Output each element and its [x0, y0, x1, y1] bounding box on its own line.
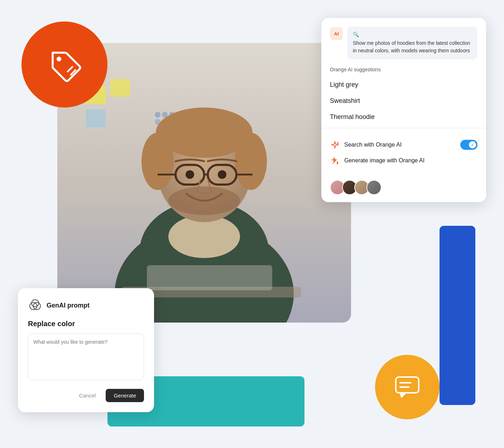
cancel-button[interactable]: Cancel — [73, 390, 102, 401]
avatar-4 — [366, 180, 381, 195]
svg-point-21 — [235, 133, 267, 190]
genai-header: GenAI prompt — [28, 298, 144, 313]
genai-textarea[interactable] — [28, 334, 144, 380]
suggestion-light-grey[interactable]: Light grey — [321, 77, 486, 93]
ai-card-header: AI 🔍 Show me photos of hoodies from the … — [321, 18, 486, 67]
svg-rect-31 — [147, 265, 272, 290]
svg-point-20 — [141, 133, 174, 190]
ai-query-text: Show me photos of hoodies from the lates… — [353, 39, 472, 54]
search-toggle[interactable]: ✓ — [460, 140, 477, 150]
ai-query-box: 🔍 Show me photos of hoodies from the lat… — [347, 27, 477, 59]
orange-circle-chat — [375, 355, 440, 419]
orange-circle-decoration — [21, 22, 107, 108]
card-divider — [321, 128, 486, 128]
blue-decoration — [440, 226, 475, 405]
svg-point-28 — [218, 170, 226, 179]
suggestions-label: Orange AI suggestions — [321, 67, 486, 77]
search-feature-left: Search with Orange AI — [330, 140, 402, 150]
avatars-row — [321, 174, 486, 202]
suggestion-sweatshirt[interactable]: Sweatshirt — [321, 93, 486, 109]
toggle-check-icon: ✓ — [471, 143, 474, 147]
generate-feature-row: Generate image with Orange AI — [330, 153, 477, 168]
tag-icon — [45, 45, 84, 84]
sparkle-icon — [330, 140, 340, 150]
svg-point-29 — [168, 186, 240, 215]
search-icon: 🔍 — [353, 32, 359, 37]
search-feature-row: Search with Orange AI ✓ — [330, 137, 477, 153]
genai-card: GenAI prompt Replace color Cancel Genera… — [18, 288, 154, 412]
svg-point-0 — [57, 57, 61, 61]
generate-feature-label: Generate image with Orange AI — [344, 157, 424, 164]
genai-title: GenAI prompt — [47, 302, 90, 309]
svg-rect-32 — [396, 377, 419, 393]
svg-point-27 — [186, 170, 194, 179]
generate-feature-left: Generate image with Orange AI — [330, 156, 424, 166]
ai-features-section: Search with Orange AI ✓ Generate image w… — [321, 131, 486, 174]
ai-badge: AI — [330, 27, 343, 40]
search-feature-label: Search with Orange AI — [344, 142, 402, 148]
genai-subtitle: Replace color — [28, 320, 144, 328]
svg-point-7 — [162, 112, 168, 118]
svg-point-6 — [155, 112, 160, 118]
genai-icon — [28, 298, 42, 313]
generate-button[interactable]: Generate — [106, 389, 144, 402]
toggle-knob: ✓ — [469, 141, 476, 148]
ai-suggestions-card: AI 🔍 Show me photos of hoodies from the … — [321, 18, 486, 202]
genai-buttons: Cancel Generate — [28, 389, 144, 402]
chat-icon — [393, 373, 422, 401]
svg-rect-5 — [86, 109, 106, 127]
svg-rect-4 — [110, 79, 130, 97]
sparkle-generate-icon — [330, 156, 340, 166]
suggestion-thermal-hoodie[interactable]: Thermal hoodie — [321, 109, 486, 125]
ai-query-header: 🔍 — [353, 32, 472, 37]
